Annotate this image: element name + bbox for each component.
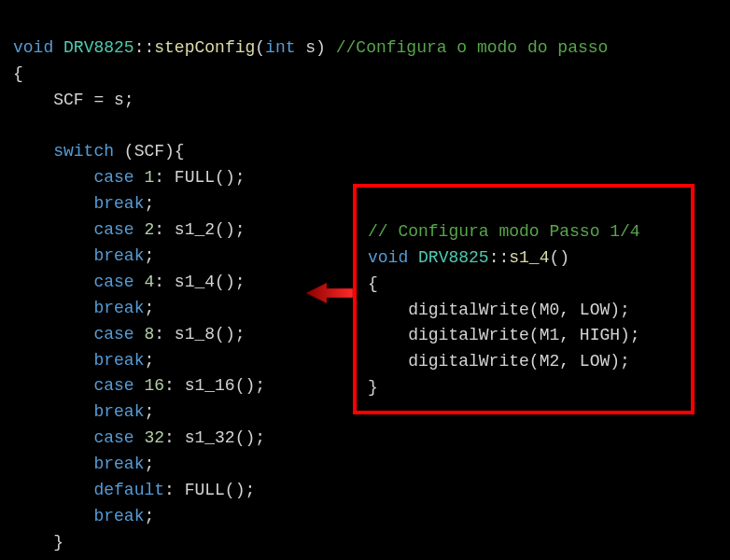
arrow-icon xyxy=(306,283,353,301)
default-line: default: FULL(); xyxy=(13,481,255,499)
callout-dw-m2: digitalWrite(M2, LOW); xyxy=(368,352,630,371)
brace-open: { xyxy=(13,64,23,83)
case-32: case 32: s1_32(); xyxy=(13,428,265,447)
switch-line: switch (SCF){ xyxy=(13,142,185,161)
param-s: s) xyxy=(296,38,336,57)
break-32: break; xyxy=(13,455,154,473)
callout-dw-m1: digitalWrite(M1, HIGH); xyxy=(368,326,640,344)
code-line-1: void DRV8825::stepConfig(int s) //Config… xyxy=(13,38,608,57)
brace-close-switch: } xyxy=(13,533,63,552)
case-8: case 8: s1_8(); xyxy=(13,325,245,343)
callout-dw-m0: digitalWrite(M0, LOW); xyxy=(368,301,630,319)
break-2: break; xyxy=(13,246,154,265)
callout-brace-open: { xyxy=(368,274,378,293)
callout-comment: // Configura modo Passo 1/4 xyxy=(368,222,640,241)
callout-box: // Configura modo Passo 1/4 void DRV8825… xyxy=(353,184,695,414)
paren-open: ( xyxy=(255,38,265,57)
keyword-void: void xyxy=(13,38,53,57)
break-default: break; xyxy=(13,507,154,525)
case-1: case 1: FULL(); xyxy=(13,168,245,187)
case-16: case 16: s1_16(); xyxy=(13,376,265,395)
scope-op: :: xyxy=(134,38,155,57)
func-name: stepConfig xyxy=(154,38,255,57)
class-name: DRV8825 xyxy=(63,38,134,57)
case-4: case 4: s1_4(); xyxy=(13,273,245,291)
break-8: break; xyxy=(13,351,154,370)
break-16: break; xyxy=(13,402,154,421)
callout-sig: void DRV8825::s1_4() xyxy=(368,248,569,267)
assign-line: SCF = s; xyxy=(13,91,134,109)
svg-marker-0 xyxy=(306,283,353,303)
line-comment: //Configura o modo do passo xyxy=(336,38,609,57)
keyword-int: int xyxy=(265,38,295,57)
keyword-switch: switch xyxy=(53,142,114,161)
break-4: break; xyxy=(13,299,154,317)
case-2: case 2: s1_2(); xyxy=(13,220,245,239)
break-1: break; xyxy=(13,194,154,213)
callout-brace-close: } xyxy=(368,378,378,397)
